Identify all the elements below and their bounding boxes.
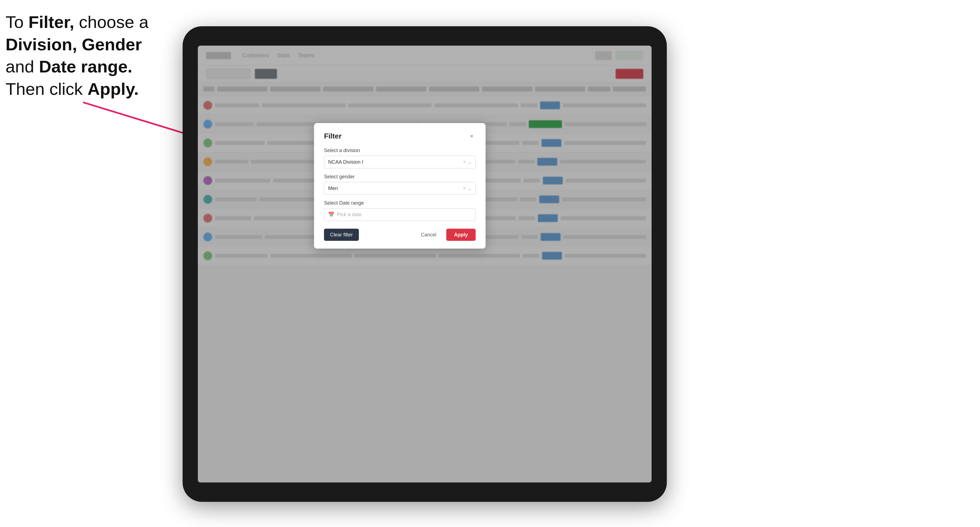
apply-button[interactable]: Apply	[446, 229, 476, 241]
division-select-icons: × ⌄	[463, 160, 471, 165]
division-clear-icon[interactable]: ×	[463, 160, 466, 165]
modal-footer: Clear filter Cancel Apply	[324, 229, 476, 241]
gender-select[interactable]: Men × ⌄	[324, 182, 476, 195]
gender-clear-icon[interactable]: ×	[463, 186, 466, 191]
gender-value: Men	[328, 186, 338, 191]
instruction-line3: and Date range.	[6, 57, 132, 76]
date-range-bold: Date range.	[39, 57, 132, 76]
modal-title: Filter	[324, 132, 342, 140]
date-range-input[interactable]: 📅 Pick a date	[324, 208, 476, 221]
gender-label: Select gender	[324, 174, 476, 180]
division-select[interactable]: NCAA Division I × ⌄	[324, 156, 476, 168]
tablet-screen: Customers Stats Teams	[198, 46, 652, 483]
division-chevron-icon: ⌄	[468, 160, 471, 165]
modal-close-button[interactable]: ×	[468, 132, 476, 140]
apply-bold: Apply.	[88, 79, 138, 98]
clear-filter-button[interactable]: Clear filter	[324, 229, 359, 241]
cancel-button[interactable]: Cancel	[415, 229, 442, 241]
division-field: Select a division NCAA Division I × ⌄	[324, 148, 476, 168]
division-gender-bold: Division, Gender	[6, 35, 142, 54]
gender-select-wrapper: Men × ⌄	[324, 182, 476, 195]
gender-select-icons: × ⌄	[463, 186, 471, 191]
date-range-label: Select Date range	[324, 200, 476, 206]
date-range-field: Select Date range 📅 Pick a date	[324, 200, 476, 221]
filter-bold: Filter,	[29, 13, 74, 32]
division-value: NCAA Division I	[328, 159, 363, 165]
instruction-line1: To Filter, choose a	[6, 13, 149, 32]
instruction-line4: Then click Apply.	[6, 79, 138, 98]
modal-header: Filter ×	[324, 132, 476, 140]
filter-modal: Filter × Select a division NCAA Division…	[314, 123, 485, 249]
instruction-text: To Filter, choose a Division, Gender and…	[6, 11, 166, 100]
date-placeholder: Pick a date	[337, 212, 362, 217]
modal-overlay[interactable]	[198, 46, 652, 483]
calendar-icon: 📅	[328, 211, 334, 217]
division-select-wrapper: NCAA Division I × ⌄	[324, 156, 476, 168]
gender-field: Select gender Men × ⌄	[324, 174, 476, 195]
tablet-frame: Customers Stats Teams	[183, 26, 667, 502]
division-label: Select a division	[324, 148, 476, 154]
gender-chevron-icon: ⌄	[468, 186, 471, 191]
